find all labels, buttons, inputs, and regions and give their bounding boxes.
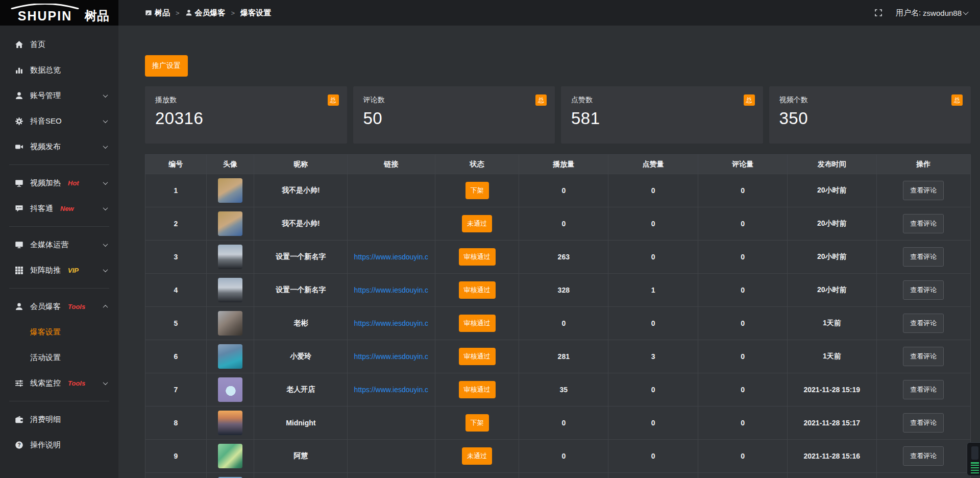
breadcrumb-current: 爆客设置 [240,8,271,18]
sidebar-item-data-overview[interactable]: 数据总览 [0,57,118,83]
avatar [218,377,242,402]
status-badge-button[interactable]: 未通过 [462,215,492,232]
table-row: 5老彬https://www.iesdouyin.c审核通过0001天前查看评论 [145,307,971,340]
view-comments-button[interactable]: 查看评论 [903,280,944,300]
sidebar-item-douyin-seo[interactable]: 抖音SEO [0,108,118,134]
comments-cell: 0 [698,407,788,440]
sidebar-item-douketong[interactable]: 抖客通New [0,196,118,221]
sidebar-item-matrix-boost[interactable]: 矩阵助推VIP [0,257,118,283]
sidebar-item-label: 账号管理 [30,91,61,101]
nickname-cell: 我不是小帅! [254,207,348,241]
sidebar: 首页数据总览账号管理抖音SEO视频发布视频加热Hot抖客通New全媒体运营矩阵助… [0,26,118,478]
view-comments-button[interactable]: 查看评论 [903,181,944,200]
sidebar-item-tag: New [60,205,74,212]
plays-cell [519,473,608,478]
view-comments-button[interactable]: 查看评论 [903,214,944,233]
sidebar-item-video-publish[interactable]: 视频发布 [0,134,118,159]
published-cell: 1天前 [787,307,876,340]
video-table: 编号头像昵称链接状态播放量点赞量评论量发布时间操作 1我不是小帅!下架00020… [145,154,971,478]
floating-widget[interactable] [967,442,980,476]
username-value: zswodun88 [923,9,962,17]
floating-widget-meter [971,462,979,473]
view-comments-button[interactable]: 查看评论 [903,314,944,333]
sidebar-item-media-operation[interactable]: 全媒体运营 [0,232,118,257]
action-cell: 查看评论 [876,440,970,473]
stat-value: 20316 [155,109,337,128]
published-cell: 2021-11-28 15:17 [787,407,876,440]
video-link[interactable]: https://www.iesdouyin.c [354,319,429,327]
sidebar-item-operation-guide[interactable]: ?操作说明 [0,432,118,458]
sidebar-item-label: 视频发布 [30,142,61,152]
nickname-cell: 我不是小帅! [254,174,348,207]
view-comments-button[interactable]: 查看评论 [903,347,944,366]
sidebar-item-video-heat[interactable]: 视频加热Hot [0,170,118,196]
status-badge-button[interactable]: 审核通过 [459,248,496,266]
total-badge: 总 [744,94,755,106]
stat-card: 播放数20316总 [145,86,347,144]
status-badge-button[interactable]: 未通过 [462,447,492,465]
sidebar-divider [9,288,109,289]
breadcrumb-link-member[interactable]: 会员爆客 [195,8,226,18]
nickname-cell: Midnight [254,407,348,440]
link-cell [348,473,435,478]
breadcrumb-link-home[interactable]: 树品 [155,8,170,18]
chevron-down-icon [103,144,108,149]
nickname-cell: 设置一个新名字 [254,241,348,274]
link-cell: https://www.iesdouyin.c [348,373,435,407]
view-comments-button[interactable]: 查看评论 [903,446,944,466]
view-comments-button[interactable]: 查看评论 [903,247,944,267]
video-link[interactable]: https://www.iesdouyin.c [354,253,429,261]
app-logo[interactable]: SHUPIN 树品 [0,0,118,26]
status-cell: 未通过 [435,440,519,473]
stat-label: 点赞数 [571,95,753,105]
status-badge-button[interactable]: 下架 [465,414,489,432]
action-cell: 查看评论 [876,307,970,340]
table-row: 1我不是小帅!下架00020小时前查看评论 [145,174,971,207]
sidebar-divider [9,164,109,165]
column-header: 评论量 [698,155,788,174]
sidebar-subitem-baoke-settings[interactable]: 爆客设置 [0,319,118,345]
status-badge-button[interactable]: 审核通过 [459,381,496,398]
link-cell: https://www.iesdouyin.c [348,340,435,373]
comments-cell [698,473,788,478]
sidebar-item-account-management[interactable]: 账号管理 [0,83,118,108]
column-header: 播放量 [519,155,608,174]
sidebar-item-member-baoke[interactable]: 会员爆客Tools [0,294,118,319]
svg-text:?: ? [17,442,20,447]
sidebar-item-clue-monitor[interactable]: 线索监控Tools [0,370,118,396]
likes-cell [608,473,698,478]
dashboard-icon [145,9,152,16]
table-row: 3设置一个新名字https://www.iesdouyin.c审核通过26300… [145,241,971,274]
view-comments-button[interactable]: 查看评论 [903,380,944,399]
chevron-down-icon [103,267,108,272]
avatar-cell [206,207,254,241]
status-cell: 未通过 [435,207,519,241]
sidebar-subitem-activity-settings[interactable]: 活动设置 [0,345,118,370]
row-id-cell: 4 [145,274,207,307]
user-menu[interactable]: 用户名: zswodun88 [896,8,968,18]
video-link[interactable]: https://www.iesdouyin.c [354,352,429,361]
comments-cell: 0 [698,274,788,307]
video-link[interactable]: https://www.iesdouyin.c [354,286,429,294]
status-badge-button[interactable]: 下架 [465,182,489,199]
view-comments-button[interactable]: 查看评论 [903,413,944,433]
plays-cell: 328 [519,274,608,307]
promotion-settings-button[interactable]: 推广设置 [145,55,188,77]
total-badge: 总 [535,94,547,106]
column-header: 状态 [435,155,519,174]
sidebar-item-consumption-detail[interactable]: 消费明细 [0,407,118,432]
status-cell: 审核通过 [435,340,519,373]
status-badge-button[interactable]: 审核通过 [459,315,496,332]
chevron-down-icon [103,92,108,98]
fullscreen-icon[interactable] [874,9,883,17]
sidebar-item-tag: Tools [68,303,85,310]
status-badge-button[interactable]: 审核通过 [459,281,496,299]
published-cell: 20小时前 [787,241,876,274]
column-header: 点赞量 [608,155,698,174]
video-link[interactable]: https://www.iesdouyin.c [354,386,429,394]
sidebar-item-home[interactable]: 首页 [0,32,118,57]
status-badge-button[interactable]: 审核通过 [459,348,496,365]
avatar [218,245,242,269]
avatar-cell [206,473,254,478]
plays-cell: 0 [519,407,608,440]
